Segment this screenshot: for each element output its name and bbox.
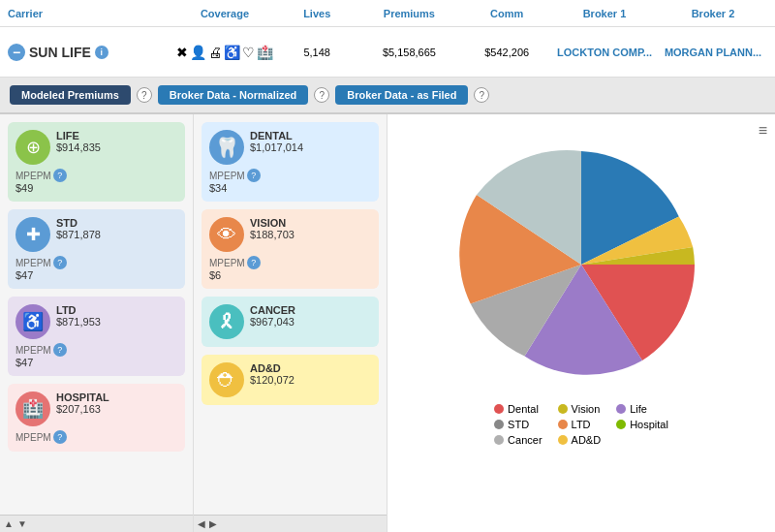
left-panel: ⊕ LIFE $914,835 MPEPM ? $49 ✚ STD $871,8… — [0, 114, 194, 532]
tab-modeled-premiums[interactable]: Modeled Premiums — [10, 85, 131, 105]
benefit-amount: $207,163 — [56, 403, 177, 415]
benefit-card-vision[interactable]: 👁 VISION $188,703 MPEPM ? $6 — [202, 209, 379, 289]
coverage-x-icon: ✖ — [176, 45, 188, 60]
pie-chart — [450, 134, 712, 395]
mpp-help[interactable]: ? — [247, 256, 261, 269]
benefit-name: HOSPITAL — [56, 391, 177, 403]
right-scroll-right[interactable]: ▶ — [209, 518, 217, 529]
benefit-card-std[interactable]: ✚ STD $871,878 MPEPM ? $47 — [8, 209, 185, 289]
broker2-value[interactable]: MORGAN PLANN... — [659, 47, 767, 58]
broker1-value[interactable]: LOCKTON COMP... — [550, 47, 659, 58]
legend-dot — [494, 404, 504, 414]
pie-svg — [450, 134, 712, 395]
benefit-card-life[interactable]: ⊕ LIFE $914,835 MPEPM ? $49 — [8, 122, 185, 202]
benefit-icon-hospital: 🏥 — [16, 391, 50, 426]
mpp-help[interactable]: ? — [53, 256, 67, 269]
legend-item-hospital: Hospital — [616, 419, 668, 430]
tab-broker-filed[interactable]: Broker Data - as Filed — [335, 85, 468, 105]
coverage-building-icon: 🏥 — [257, 45, 273, 60]
benefit-mpp: MPEPM ? — [16, 169, 177, 182]
legend-dot — [494, 420, 504, 429]
carrier-name-text: SUN LIFE — [29, 45, 91, 60]
table-header: Carrier Coverage Lives Premiums Comm Bro… — [0, 0, 775, 27]
benefit-icon-add: ⛑ — [209, 362, 244, 397]
col-lives: Lives — [279, 8, 355, 19]
benefit-mpp: MPEPM ? — [209, 256, 371, 269]
legend-dot — [558, 420, 568, 429]
legend-item-ltd: LTD — [558, 419, 602, 430]
col-coverage: Coverage — [170, 8, 279, 19]
benefit-card-hospital[interactable]: 🏥 HOSPITAL $207,163 MPEPM ? — [8, 384, 185, 452]
benefit-name: LTD — [56, 304, 177, 316]
chart-menu-icon[interactable]: ≡ — [759, 122, 767, 140]
mpp-help[interactable]: ? — [53, 430, 67, 444]
coverage-eye-icon: ♿ — [224, 45, 240, 60]
benefit-mpp-value: $47 — [16, 357, 177, 368]
benefit-mpp-value: $47 — [16, 269, 177, 281]
legend-item-vision: Vision — [558, 403, 602, 415]
main-content: ⊕ LIFE $914,835 MPEPM ? $49 ✚ STD $871,8… — [0, 114, 775, 532]
legend-item-dental: Dental — [494, 403, 542, 415]
benefit-card-add[interactable]: ⛑ AD&D $120,072 — [202, 355, 379, 405]
benefit-amount: $967,043 — [250, 316, 371, 328]
right-benefits-scroll[interactable]: 🦷 DENTAL $1,017,014 MPEPM ? $34 👁 VISION… — [194, 114, 387, 515]
legend-dot — [558, 435, 568, 445]
benefit-icon-cancer: 🎗 — [209, 304, 244, 339]
col-broker2: Broker 2 — [659, 8, 767, 19]
scroll-down-arrow[interactable]: ▼ — [17, 518, 27, 529]
benefit-amount: $871,953 — [56, 316, 177, 328]
legend-label: Life — [630, 403, 647, 415]
benefit-mpp: MPEPM ? — [209, 169, 371, 182]
col-broker1: Broker 1 — [550, 8, 659, 19]
legend-item-cancer: Cancer — [494, 434, 542, 446]
benefit-mpp-value: $49 — [16, 182, 177, 194]
benefit-card-dental[interactable]: 🦷 DENTAL $1,017,014 MPEPM ? $34 — [202, 122, 379, 202]
coverage-heart-icon: ♡ — [242, 45, 255, 60]
legend-label: STD — [508, 419, 529, 430]
chart-legend: Dental Vision Life STD LTD Hospital Canc… — [494, 403, 668, 446]
tab3-help[interactable]: ? — [474, 87, 489, 103]
col-carrier: Carrier — [8, 8, 170, 19]
benefit-mpp: MPEPM ? — [16, 430, 177, 444]
info-icon[interactable]: i — [95, 46, 108, 59]
benefit-mpp: MPEPM ? — [16, 256, 177, 269]
benefit-icon-life: ⊕ — [16, 130, 50, 165]
mpp-help[interactable]: ? — [53, 343, 67, 357]
legend-label: Vision — [572, 403, 601, 415]
col-premiums: Premiums — [355, 8, 463, 19]
legend-item-std: STD — [494, 419, 542, 430]
benefit-amount: $871,878 — [56, 229, 177, 240]
left-benefits-scroll[interactable]: ⊕ LIFE $914,835 MPEPM ? $49 ✚ STD $871,8… — [0, 114, 193, 515]
carrier-info: − SUN LIFE i — [8, 44, 170, 61]
scroll-up-arrow[interactable]: ▲ — [4, 518, 14, 529]
legend-label: AD&D — [572, 434, 602, 446]
benefit-name: DENTAL — [250, 130, 371, 141]
tab2-help[interactable]: ? — [314, 87, 329, 103]
benefit-name: LIFE — [56, 130, 177, 141]
benefit-card-cancer[interactable]: 🎗 CANCER $967,043 — [202, 297, 379, 347]
collapse-icon[interactable]: − — [8, 44, 25, 61]
benefit-mpp-value: $34 — [209, 182, 371, 194]
legend-label: Cancer — [508, 434, 542, 446]
coverage-icons-col: ✖ 👤 🖨 ♿ ♡ 🏥 — [170, 45, 279, 60]
benefit-amount: $1,017,014 — [250, 141, 371, 153]
benefit-icon-ltd: ♿ — [16, 304, 50, 339]
legend-dot — [616, 404, 626, 414]
right-scroll-left[interactable]: ◀ — [198, 518, 205, 529]
benefit-mpp-value: $6 — [209, 269, 371, 281]
left-benefits-list: ⊕ LIFE $914,835 MPEPM ? $49 ✚ STD $871,8… — [0, 114, 193, 467]
col-comm: Comm — [463, 8, 550, 19]
benefit-name: AD&D — [250, 362, 371, 374]
mpp-help[interactable]: ? — [247, 169, 261, 182]
legend-dot — [494, 435, 504, 445]
mpp-help[interactable]: ? — [53, 169, 67, 182]
benefit-card-ltd[interactable]: ♿ LTD $871,953 MPEPM ? $47 — [8, 297, 185, 376]
benefit-amount: $120,072 — [250, 374, 371, 386]
tab1-help[interactable]: ? — [137, 87, 152, 103]
chart-panel: ≡ — [388, 114, 775, 532]
benefit-name: STD — [56, 217, 177, 229]
tab-broker-normalized[interactable]: Broker Data - Normalized — [158, 85, 308, 105]
benefit-mpp: MPEPM ? — [16, 343, 177, 357]
right-list-panel: 🦷 DENTAL $1,017,014 MPEPM ? $34 👁 VISION… — [194, 114, 388, 532]
legend-item-life: Life — [616, 403, 668, 415]
